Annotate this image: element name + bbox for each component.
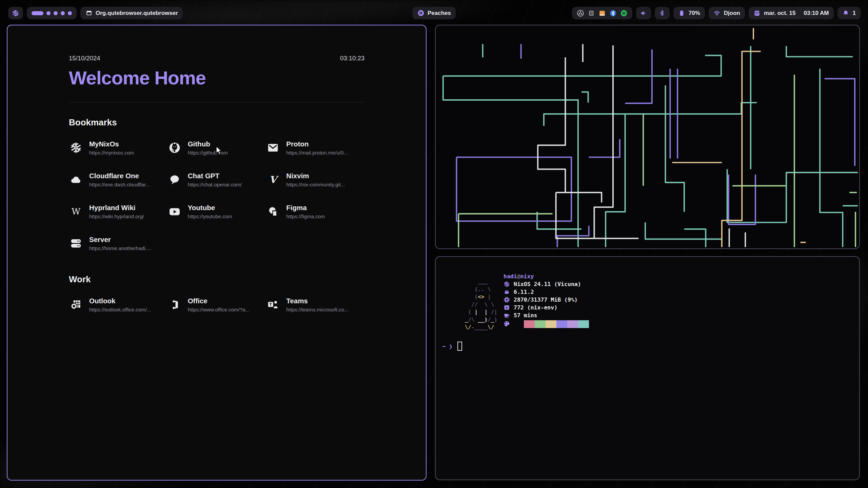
media-spotify-icon [417, 9, 425, 17]
bookmark-youtube[interactable]: Youtubehttps://youtube.com [167, 196, 266, 227]
bookmark-name: Office [188, 297, 250, 305]
fastfetch-row-nix: NixOS 24.11 (Vicuna) [504, 280, 589, 288]
bookmark-url: https://teams.microsoft.co... [286, 307, 348, 312]
fastfetch-value: 2870/31377 MiB (9%) [514, 296, 578, 304]
terminal-cursor [457, 342, 462, 351]
bookmark-chat-gpt[interactable]: Chat GPThttps://chat.openai.com/ [167, 164, 266, 196]
bookmark-nixvim[interactable]: VNixvimhttps://nix-community.git... [266, 164, 364, 196]
bookmark-grid: MyNixOshttps://mynixos.comGithubhttps://… [69, 132, 364, 259]
qutebrowser-startpage-window[interactable]: 15/10/2024 03:10:23 Welcome Home Bookmar… [7, 25, 427, 481]
bookmark-cloudflare-one[interactable]: Cloudflare Onehttps://one.dash.cloudflar… [69, 164, 167, 196]
mail-icon [266, 141, 280, 155]
bookmark-name: Hyprland Wiki [89, 204, 144, 212]
bookmark-text: Protonhttps://mail.proton.me/u/0... [286, 140, 348, 156]
terminal-color-palette [524, 320, 589, 328]
bookmark-url: https://wiki.hyprland.org/ [89, 214, 144, 219]
workspace-dot[interactable] [54, 11, 58, 15]
cloud-icon [69, 172, 83, 187]
bookmark-name: Teams [286, 297, 348, 305]
palette-swatch [578, 320, 589, 328]
bookmark-text: Figmahttps://figma.com [286, 204, 325, 219]
bluetooth-widget[interactable] [655, 7, 670, 19]
battery-widget[interactable]: 70% [673, 7, 705, 19]
notifications-widget[interactable]: 1 [837, 7, 861, 19]
spotify-tray-icon[interactable] [620, 9, 628, 17]
pipe-segment [538, 57, 565, 192]
bookmark-text: Youtubehttps://youtube.com [188, 204, 232, 219]
palette-swatch [524, 320, 535, 328]
uptime-icon [504, 312, 514, 319]
files-orange-tray-icon[interactable] [598, 9, 606, 17]
bookmark-name: Figma [286, 204, 325, 212]
clock-widget[interactable]: mar. oct. 15 03:10 AM [749, 7, 834, 19]
bookmark-name: Cloudflare One [89, 172, 150, 180]
pipes-screensaver-art [437, 27, 858, 247]
startpage-sections: BookmarksMyNixOshttps://mynixos.comGithu… [69, 117, 364, 321]
office-icon [167, 298, 182, 312]
workspace-dot[interactable] [68, 11, 72, 15]
bookmark-mynixos[interactable]: MyNixOshttps://mynixos.com [69, 132, 167, 164]
nix-icon [69, 141, 83, 155]
bluetooth-manager-tray-icon[interactable] [609, 9, 617, 17]
bookmark-text: Outlookhttps://outlook.office.com/... [89, 297, 151, 312]
active-window-title-pill[interactable]: Org.qutebrowser.qutebrowser [80, 7, 183, 19]
pipe-segment [825, 79, 855, 166]
palette-swatch [535, 320, 546, 328]
workspace-dot[interactable] [46, 11, 51, 15]
bookmark-name: Outlook [89, 297, 151, 305]
network-widget[interactable]: Djoon [709, 7, 745, 19]
bookmark-figma[interactable]: Figmahttps://figma.com [266, 196, 364, 227]
bookmark-name: Chat GPT [188, 172, 242, 180]
pipe-segment [645, 222, 723, 239]
date-label: mar. oct. 15 [764, 10, 796, 17]
bookmark-office[interactable]: Officehttps://www.office.com/?a... [167, 289, 266, 321]
bookmark-text: Nixvimhttps://nix-community.git... [286, 172, 345, 187]
app-launcher-button[interactable] [8, 7, 23, 19]
fastfetch-value: 57 mins [514, 311, 537, 319]
bookmark-url: https://home.anotherhadi.... [89, 245, 151, 251]
statusbar-center: Peaches [412, 7, 456, 19]
obs-tray-icon[interactable] [577, 9, 584, 17]
pipes-terminal-window[interactable] [435, 25, 860, 249]
keepassxc-tray-icon[interactable] [588, 9, 595, 17]
media-track-label: Peaches [428, 10, 451, 17]
pipe-segment [589, 139, 620, 157]
startpage-content: 15/10/2024 03:10:23 Welcome Home Bookmar… [69, 55, 364, 321]
bookmark-url: https://youtube.com [188, 214, 232, 219]
bookmark-text: Cloudflare Onehttps://one.dash.cloudflar… [89, 172, 150, 187]
fetch-terminal-window[interactable]: ___ (.. \ (<> | // \ \ ( | | /| _/\ __)/… [435, 256, 860, 480]
bookmark-github[interactable]: Githubhttps://github.com [167, 132, 266, 164]
bookmark-proton[interactable]: Protonhttps://mail.proton.me/u/0... [266, 132, 364, 164]
bookmark-teams[interactable]: TTeamshttps://teams.microsoft.co... [266, 289, 364, 321]
workspaces-widget[interactable] [27, 7, 77, 19]
fastfetch-user: hadi [504, 273, 517, 280]
fastfetch-value: NixOS 24.11 (Vicuna) [514, 280, 581, 288]
bookmark-outlook[interactable]: Outlookhttps://outlook.office.com/... [69, 289, 167, 321]
bookmark-text: Officehttps://www.office.com/?a... [188, 297, 250, 312]
bookmark-server[interactable]: Serverhttps://home.anotherhadi.... [69, 227, 167, 259]
workspace-dot[interactable] [61, 11, 65, 15]
page-title: Welcome Home [69, 67, 364, 88]
pipe-segment [786, 46, 853, 57]
bookmark-url: https://outlook.office.com/... [89, 307, 151, 312]
bookmark-text: Githubhttps://github.com [188, 140, 228, 156]
vim-icon: V [266, 172, 280, 187]
bell-icon [842, 9, 850, 17]
fastfetch-value: 6.11.2 [514, 288, 534, 296]
workspace-active-indicator[interactable] [32, 11, 43, 15]
battery-percent-label: 70% [689, 10, 700, 17]
fastfetch-user-host: hadi@nixy [504, 272, 589, 280]
fastfetch-output: ___ (.. \ (<> | // \ \ ( | | /| _/\ __)/… [461, 272, 589, 337]
pipe-segment [820, 69, 843, 247]
bookmark-url: https://github.com [188, 150, 228, 156]
bookmark-text: Serverhttps://home.anotherhadi.... [89, 236, 151, 251]
bookmark-hyprland-wiki[interactable]: WHyprland Wikihttps://wiki.hyprland.org/ [69, 196, 167, 227]
media-player-widget[interactable]: Peaches [412, 7, 456, 19]
fastfetch-row-uptime: 57 mins [504, 311, 589, 319]
fastfetch-info: hadi@nixy NixOS 24.11 (Vicuna)6.11.22870… [504, 272, 589, 337]
bookmark-name: Youtube [188, 204, 232, 212]
pipe-segment [544, 103, 757, 126]
nix-logo-icon [12, 9, 19, 17]
volume-widget[interactable] [636, 7, 651, 19]
bookmark-text: Hyprland Wikihttps://wiki.hyprland.org/ [89, 204, 144, 219]
